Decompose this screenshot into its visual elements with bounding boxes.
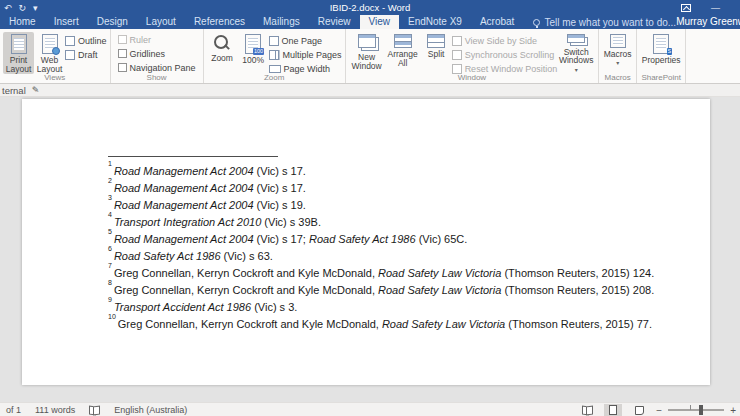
tab-home[interactable]: Home (0, 15, 45, 29)
switch-windows-button[interactable]: Switch Windows ▾ (557, 32, 595, 74)
tab-view[interactable]: View (360, 15, 400, 29)
footnote-line: 1Road Management Act 2004 (Vic) s 17. (108, 161, 654, 178)
gridlines-checkbox-icon (118, 49, 127, 58)
ribbon-group-sharepoint: S Properties SharePoint (637, 29, 686, 83)
zoom-100-button[interactable]: 100 100% (238, 32, 269, 74)
sharepoint-badge-icon: S (667, 48, 673, 55)
print-layout-button[interactable]: Print Layout (3, 32, 34, 74)
split-button[interactable]: Split (421, 32, 452, 74)
tab-layout[interactable]: Layout (137, 15, 185, 29)
zoom-group-label: Zoom (204, 73, 345, 82)
tab-design[interactable]: Design (88, 15, 137, 29)
proofing-book-icon[interactable] (89, 406, 100, 414)
ruler-checkbox[interactable]: Ruler (118, 34, 196, 45)
outline-icon (65, 36, 75, 46)
web-layout-icon (42, 34, 58, 54)
footnote-separator (108, 156, 278, 157)
arrange-all-icon (394, 34, 412, 48)
ribbon-group-views: Print Layout Web Layout Outline Draft Vi… (0, 29, 111, 83)
reset-position-icon (452, 64, 462, 74)
zoom-100-icon: 100 (245, 34, 261, 54)
tab-references[interactable]: References (185, 15, 254, 29)
read-mode-icon (582, 406, 593, 414)
print-layout-view-icon (609, 405, 617, 415)
document-page[interactable]: 1Road Management Act 2004 (Vic) s 17.2Ro… (22, 99, 710, 385)
zoom-slider-thumb[interactable] (699, 405, 703, 415)
footnote-line: 2Road Management Act 2004 (Vic) s 17. (108, 178, 654, 195)
new-window-button[interactable]: New Window (349, 32, 385, 74)
view-side-by-side-button[interactable]: View Side by Side (452, 35, 558, 46)
properties-icon: S (653, 34, 669, 54)
globe-icon (52, 47, 60, 55)
views-group-label: Views (0, 73, 110, 82)
sensitivity-bar: ternal ✎ (0, 84, 740, 97)
tab-acrobat[interactable]: Acrobat (471, 15, 523, 29)
edit-pencil-icon[interactable]: ✎ (32, 85, 40, 95)
multiple-pages-icon (269, 50, 276, 60)
chevron-down-icon: ▾ (575, 66, 578, 73)
ribbon-group-show: Ruler Gridlines Navigation Pane Show (111, 29, 204, 83)
tab-insert[interactable]: Insert (45, 15, 88, 29)
one-page-button[interactable]: One Page (269, 35, 342, 46)
macros-button[interactable]: Macros ▾ (602, 32, 633, 74)
window-title: IBID-2.docx - Word (0, 0, 740, 15)
sharepoint-group-label: SharePoint (637, 73, 685, 82)
word-window: ↶ ↻ ▾ IBID-2.docx - Word — Home Insert D… (0, 0, 740, 416)
tab-review[interactable]: Review (309, 15, 360, 29)
side-by-side-icon (452, 36, 462, 46)
magnifier-icon (213, 34, 231, 52)
navigation-pane-checkbox-icon (118, 63, 127, 72)
tell-me-box[interactable]: Tell me what you want to do... (533, 15, 676, 29)
ribbon-group-macros: Macros ▾ Macros (599, 29, 637, 83)
tab-mailings[interactable]: Mailings (254, 15, 309, 29)
ruler-checkbox-icon (118, 35, 127, 44)
gridlines-checkbox[interactable]: Gridlines (118, 48, 196, 59)
ribbon-display-options-icon[interactable] (681, 4, 691, 12)
chevron-down-icon: ▾ (616, 59, 619, 68)
macros-group-label: Macros (599, 73, 636, 82)
synchronous-scrolling-button[interactable]: Synchronous Scrolling (452, 49, 558, 60)
zoom-in-button[interactable]: + (730, 405, 736, 416)
split-icon (427, 34, 445, 48)
footnote-line: 6Road Safety Act 1986 (Vic) s 63. (108, 246, 654, 263)
navigation-pane-checkbox[interactable]: Navigation Pane (118, 62, 196, 73)
web-layout-button[interactable]: Web Layout (34, 32, 65, 74)
arrange-all-button[interactable]: Arrange All (385, 32, 421, 74)
tell-me-label: Tell me what you want to do... (544, 17, 676, 28)
minimize-icon[interactable]: — (711, 3, 720, 13)
title-bar: ↶ ↻ ▾ IBID-2.docx - Word — (0, 0, 740, 15)
outline-button[interactable]: Outline (65, 35, 107, 46)
signed-in-user[interactable]: Murray Greenway (676, 15, 740, 29)
read-mode-button[interactable] (578, 404, 596, 416)
window-controls: — (681, 0, 740, 15)
zoom-out-button[interactable]: − (656, 405, 662, 416)
zoom-slider-track[interactable] (668, 409, 724, 411)
tab-endnote[interactable]: EndNote X9 (399, 15, 471, 29)
zoom-100-tick (690, 405, 691, 410)
properties-button[interactable]: S Properties (640, 32, 682, 74)
sensitivity-label: ternal (2, 85, 26, 96)
footnote-line: 5Road Management Act 2004 (Vic) s 17; Ro… (108, 229, 654, 246)
footnote-line: 10Greg Connellan, Kerryn Cockroft and Ky… (108, 314, 654, 331)
word-count[interactable]: 111 words (35, 405, 75, 415)
page-indicator[interactable]: of 1 (6, 405, 21, 415)
footnote-line: 8Greg Connellan, Kerryn Cockroft and Kyl… (108, 280, 654, 297)
print-layout-view-button[interactable] (604, 404, 622, 416)
page-width-icon (269, 65, 281, 73)
footnote-line: 3Road Management Act 2004 (Vic) s 19. (108, 195, 654, 212)
switch-windows-icon (567, 34, 585, 43)
multiple-pages-button[interactable]: Multiple Pages (269, 49, 342, 60)
draft-button[interactable]: Draft (65, 49, 107, 60)
print-layout-icon (11, 34, 27, 54)
web-layout-view-button[interactable] (630, 404, 648, 416)
ribbon-tab-row: Home Insert Design Layout References Mai… (0, 15, 740, 29)
window-group-label: Window (346, 73, 599, 82)
footnote-line: 7Greg Connellan, Kerryn Cockroft and Kyl… (108, 263, 654, 280)
language-indicator[interactable]: English (Australia) (114, 405, 187, 415)
new-window-icon (358, 34, 376, 48)
lightbulb-icon (533, 19, 540, 26)
sync-scrolling-icon (452, 50, 462, 60)
zoom-button[interactable]: Zoom (207, 32, 238, 74)
ribbon-group-zoom: Zoom 100 100% One Page Multiple Pages Pa… (204, 29, 346, 83)
draft-icon (65, 50, 75, 60)
